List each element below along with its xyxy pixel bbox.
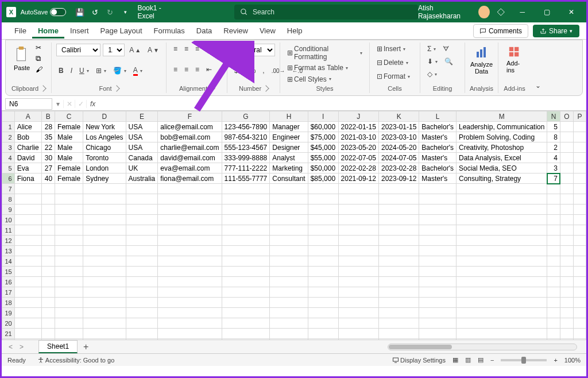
cell-N4[interactable]: 4 bbox=[547, 153, 560, 163]
cell-J22[interactable] bbox=[338, 339, 378, 340]
cell-N13[interactable] bbox=[547, 246, 560, 256]
cell-L20[interactable] bbox=[419, 318, 457, 329]
increase-font-icon[interactable]: A▲ bbox=[127, 45, 143, 55]
cell-B18[interactable] bbox=[41, 298, 55, 308]
cell-B21[interactable] bbox=[41, 329, 55, 339]
col-header-A[interactable]: A bbox=[14, 111, 41, 122]
add-sheet-button[interactable]: + bbox=[78, 342, 94, 352]
cell-J21[interactable] bbox=[338, 329, 378, 339]
cell-F13[interactable] bbox=[158, 246, 222, 256]
cell-K8[interactable] bbox=[378, 194, 419, 205]
addins-button[interactable]: Add-ins bbox=[503, 44, 526, 76]
cell-K12[interactable] bbox=[378, 236, 419, 246]
cell-A7[interactable] bbox=[14, 184, 41, 194]
cell-G1[interactable]: 123-456-7890 bbox=[222, 122, 270, 132]
cell-D4[interactable]: Toronto bbox=[83, 153, 126, 163]
analyze-data-button[interactable]: Analyze Data bbox=[470, 44, 493, 77]
cell-C17[interactable] bbox=[55, 287, 83, 298]
cell-F3[interactable]: charlie@email.com bbox=[158, 142, 222, 153]
accessibility-button[interactable]: Accessibility: Good to go bbox=[34, 357, 118, 364]
cell-H16[interactable] bbox=[270, 277, 308, 287]
cell-F7[interactable] bbox=[158, 184, 222, 194]
cell-K1[interactable]: 2023-01-15 bbox=[378, 122, 419, 132]
cell-M2[interactable]: Problem Solving, Coding bbox=[457, 132, 547, 142]
cell-K6[interactable]: 2023-09-12 bbox=[378, 173, 419, 184]
col-header-J[interactable]: J bbox=[338, 111, 378, 122]
cell-L12[interactable] bbox=[419, 236, 457, 246]
cell-I2[interactable]: $75,000 bbox=[308, 132, 338, 142]
cell-J3[interactable]: 2023-05-20 bbox=[338, 142, 378, 153]
cell-M15[interactable] bbox=[457, 267, 547, 277]
cell-J15[interactable] bbox=[338, 267, 378, 277]
cell-O5[interactable] bbox=[560, 163, 573, 173]
cell-E9[interactable] bbox=[126, 205, 158, 215]
cell-K21[interactable] bbox=[378, 329, 419, 339]
cell-P9[interactable] bbox=[573, 205, 586, 215]
cell-C1[interactable]: Female bbox=[55, 122, 83, 132]
cell-P8[interactable] bbox=[573, 194, 586, 205]
comma-icon[interactable]: , bbox=[260, 65, 266, 76]
cell-D12[interactable] bbox=[83, 236, 126, 246]
autosave-toggle[interactable]: AutoSave bbox=[21, 8, 67, 16]
cell-M10[interactable] bbox=[457, 215, 547, 225]
cell-N20[interactable] bbox=[547, 318, 560, 329]
cell-O6[interactable] bbox=[560, 173, 573, 184]
cell-F6[interactable]: fiona@email.com bbox=[158, 173, 222, 184]
cell-I14[interactable] bbox=[308, 256, 338, 267]
cell-H22[interactable] bbox=[270, 339, 308, 340]
cell-I9[interactable] bbox=[308, 205, 338, 215]
namebox-dropdown-icon[interactable]: ▾ bbox=[52, 100, 64, 108]
tab-file[interactable]: File bbox=[9, 23, 32, 38]
cell-A12[interactable] bbox=[14, 236, 41, 246]
cell-H13[interactable] bbox=[270, 246, 308, 256]
cell-O4[interactable] bbox=[560, 153, 573, 163]
cell-D8[interactable] bbox=[83, 194, 126, 205]
cell-A8[interactable] bbox=[14, 194, 41, 205]
cut-icon[interactable]: ✂ bbox=[36, 44, 42, 52]
row-header-19[interactable]: 19 bbox=[2, 308, 15, 318]
cell-I11[interactable] bbox=[308, 225, 338, 236]
zoom-out-button[interactable]: − bbox=[487, 357, 497, 364]
cell-D11[interactable] bbox=[83, 225, 126, 236]
cell-H14[interactable] bbox=[270, 256, 308, 267]
cell-J16[interactable] bbox=[338, 277, 378, 287]
font-name-select[interactable]: Calibri bbox=[56, 44, 100, 56]
cell-F2[interactable]: bob@email.com bbox=[158, 132, 222, 142]
cell-A18[interactable] bbox=[14, 298, 41, 308]
cell-H9[interactable] bbox=[270, 205, 308, 215]
cell-E15[interactable] bbox=[126, 267, 158, 277]
sheet-tab[interactable]: Sheet1 bbox=[38, 340, 78, 353]
col-header-E[interactable]: E bbox=[126, 111, 158, 122]
number-format-select[interactable]: General bbox=[232, 44, 275, 56]
cell-F10[interactable] bbox=[158, 215, 222, 225]
cell-G9[interactable] bbox=[222, 205, 270, 215]
cell-K14[interactable] bbox=[378, 256, 419, 267]
cell-G8[interactable] bbox=[222, 194, 270, 205]
diamond-icon[interactable] bbox=[497, 7, 505, 17]
col-header-C[interactable]: C bbox=[55, 111, 83, 122]
cell-B6[interactable]: 40 bbox=[41, 173, 55, 184]
cell-C18[interactable] bbox=[55, 298, 83, 308]
cell-B11[interactable] bbox=[41, 225, 55, 236]
find-select-icon[interactable]: 🔍 bbox=[442, 56, 455, 67]
cell-G21[interactable] bbox=[222, 329, 270, 339]
enter-formula-icon[interactable]: ✓ bbox=[75, 100, 87, 108]
cell-P1[interactable] bbox=[573, 122, 586, 132]
cell-J9[interactable] bbox=[338, 205, 378, 215]
align-center-icon[interactable]: ≡ bbox=[182, 64, 191, 75]
cell-P2[interactable] bbox=[573, 132, 586, 142]
col-header-L[interactable]: L bbox=[419, 111, 457, 122]
row-header-10[interactable]: 10 bbox=[2, 215, 15, 225]
sort-filter-icon[interactable]: ᗊ bbox=[440, 44, 451, 54]
cell-G18[interactable] bbox=[222, 298, 270, 308]
cell-C22[interactable] bbox=[55, 339, 83, 340]
cell-K18[interactable] bbox=[378, 298, 419, 308]
cell-B13[interactable] bbox=[41, 246, 55, 256]
col-header-N[interactable]: N bbox=[547, 111, 560, 122]
cell-P13[interactable] bbox=[573, 246, 586, 256]
cell-I18[interactable] bbox=[308, 298, 338, 308]
cell-O7[interactable] bbox=[560, 184, 573, 194]
cell-B19[interactable] bbox=[41, 308, 55, 318]
cell-J12[interactable] bbox=[338, 236, 378, 246]
cell-L9[interactable] bbox=[419, 205, 457, 215]
